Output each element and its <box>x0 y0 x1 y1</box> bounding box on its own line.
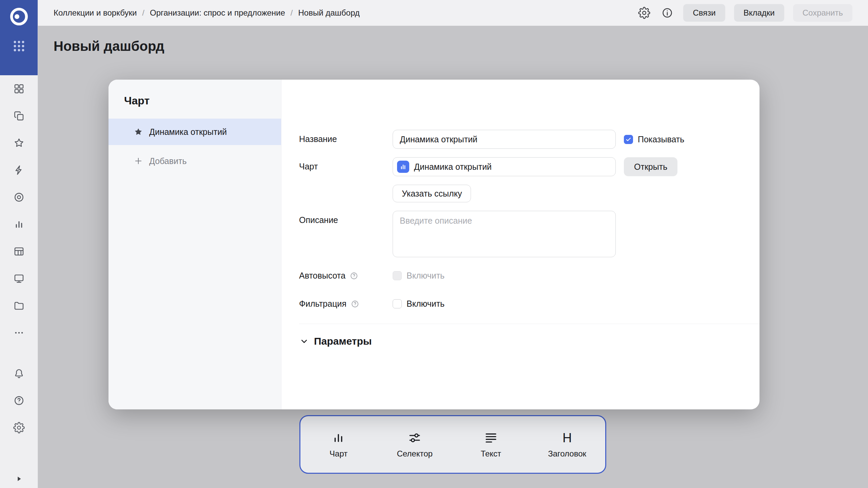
top-bar: Коллекции и воркбуки / Организации: спро… <box>38 0 868 26</box>
breadcrumb-separator: / <box>142 8 144 18</box>
chart-row: Чарт Динамика открытий Открыть <box>299 157 760 176</box>
sidebar-item-services[interactable] <box>0 75 38 102</box>
sliders-icon <box>408 431 422 445</box>
sidebar-item-collections[interactable] <box>0 102 38 129</box>
dialog-title: Чарт <box>124 95 281 107</box>
toolbar-item-text[interactable]: Текст <box>453 431 529 459</box>
autoheight-checkbox-label: Включить <box>407 271 445 281</box>
autoheight-row: Автовысота Включить <box>299 271 760 281</box>
toolbar-item-chart[interactable]: Чарт <box>300 431 377 459</box>
parameters-section-toggle[interactable]: Параметры <box>299 324 760 347</box>
dialog-add-tab-label: Добавить <box>149 156 187 166</box>
toolbar-item-selector[interactable]: Селектор <box>377 431 453 459</box>
widget-toolbar: Чарт Селектор Текст H Заголовок <box>299 415 606 474</box>
breadcrumb-collections[interactable]: Коллекции и воркбуки <box>54 8 137 18</box>
sidebar-item-notifications[interactable] <box>0 360 38 387</box>
show-checkbox-group: Показывать <box>624 130 684 149</box>
sidebar-expand-button[interactable] <box>0 472 38 485</box>
chevron-down-icon <box>299 336 309 346</box>
folder-icon <box>13 300 25 311</box>
parameters-section-title: Параметры <box>314 336 372 347</box>
filtering-checkbox-label: Включить <box>407 299 445 309</box>
play-icon <box>15 475 23 483</box>
breadcrumb-current: Новый дашборд <box>298 8 360 18</box>
description-textarea[interactable] <box>393 211 616 257</box>
breadcrumb-workbook[interactable]: Организации: спрос и предложение <box>150 8 285 18</box>
description-row: Описание <box>299 211 760 257</box>
heading-icon: H <box>563 431 572 445</box>
toolbar-item-label: Чарт <box>330 449 348 459</box>
filtering-label-text: Фильтрация <box>299 299 347 309</box>
collections-icon <box>13 110 25 122</box>
specify-link-button[interactable]: Указать ссылку <box>393 185 471 202</box>
autoheight-label-text: Автовысота <box>299 271 346 281</box>
dialog-tabs-panel: Чарт Динамика открытий Добавить <box>108 80 281 409</box>
sidebar-item-monitoring[interactable] <box>0 184 38 211</box>
target-icon <box>13 191 25 203</box>
description-label: Описание <box>299 211 393 257</box>
sidebar-item-help[interactable] <box>0 387 38 414</box>
bell-icon <box>13 368 25 379</box>
open-chart-button[interactable]: Открыть <box>624 157 677 176</box>
filtering-label: Фильтрация <box>299 299 393 309</box>
sidebar-item-more[interactable] <box>0 319 38 346</box>
grid-icon <box>13 83 25 95</box>
dialog-tab-label: Динамика открытий <box>149 127 227 137</box>
tabs-button[interactable]: Вкладки <box>734 4 784 22</box>
connections-button[interactable]: Связи <box>683 4 725 22</box>
top-actions: Связи Вкладки Сохранить <box>637 4 852 22</box>
sidebar-item-favorites[interactable] <box>0 129 38 157</box>
toolbar-item-label: Заголовок <box>548 449 586 459</box>
sidebar-item-tables[interactable] <box>0 238 38 265</box>
autoheight-label: Автовысота <box>299 271 393 281</box>
check-icon <box>625 136 632 143</box>
autoheight-help-icon[interactable] <box>350 271 358 280</box>
plus-icon <box>134 156 143 166</box>
page-title: Новый дашборд <box>54 39 164 54</box>
chart-select-value: Динамика открытий <box>414 162 492 172</box>
filtering-help-icon[interactable] <box>351 300 359 308</box>
chart-type-icon <box>397 161 409 173</box>
monitor-icon <box>13 273 25 284</box>
bar-chart-icon <box>13 219 25 230</box>
lightning-icon <box>13 164 25 176</box>
table-icon <box>13 246 25 257</box>
ellipsis-icon <box>13 327 25 339</box>
bar-chart-icon <box>331 431 346 445</box>
toolbar-item-heading[interactable]: H Заголовок <box>529 431 605 459</box>
link-row: Указать ссылку <box>299 185 760 202</box>
apps-grid-icon[interactable] <box>12 39 26 53</box>
filtering-checkbox[interactable] <box>393 299 402 308</box>
dashboard-info-button[interactable] <box>660 6 674 20</box>
sidebar-nav-bottom <box>0 360 38 441</box>
dialog-tab-item[interactable]: Динамика открытий <box>108 119 281 145</box>
sidebar-item-charts[interactable] <box>0 211 38 238</box>
sidebar-item-settings[interactable] <box>0 414 38 441</box>
gear-icon <box>638 7 650 19</box>
sidebar-item-dashboards[interactable] <box>0 265 38 292</box>
sidebar-logo-block <box>0 0 38 75</box>
star-icon <box>13 137 25 149</box>
datalens-logo[interactable] <box>8 5 30 28</box>
text-lines-icon <box>484 431 498 445</box>
show-checkbox-label: Показывать <box>638 135 684 144</box>
sidebar-item-quick-actions[interactable] <box>0 157 38 184</box>
gear-icon <box>13 422 25 433</box>
breadcrumb: Коллекции и воркбуки / Организации: спро… <box>54 8 360 18</box>
dialog-add-tab-button[interactable]: Добавить <box>108 148 281 174</box>
link-row-spacer <box>299 185 393 202</box>
chart-label-text: Чарт <box>299 162 318 171</box>
star-filled-icon <box>134 127 143 137</box>
info-icon <box>661 7 673 19</box>
dashboard-settings-button[interactable] <box>637 6 651 20</box>
help-icon <box>13 395 25 406</box>
sidebar-item-files[interactable] <box>0 292 38 319</box>
chart-select-field[interactable]: Динамика открытий <box>393 157 616 176</box>
breadcrumb-separator: / <box>291 8 293 18</box>
save-button[interactable]: Сохранить <box>793 4 852 22</box>
chart-widget-dialog: Чарт Динамика открытий Добавить <box>108 80 760 409</box>
name-input[interactable] <box>393 130 616 149</box>
show-checkbox[interactable] <box>624 135 633 144</box>
datalens-logo-icon <box>8 5 30 28</box>
description-label-text: Описание <box>299 215 338 225</box>
